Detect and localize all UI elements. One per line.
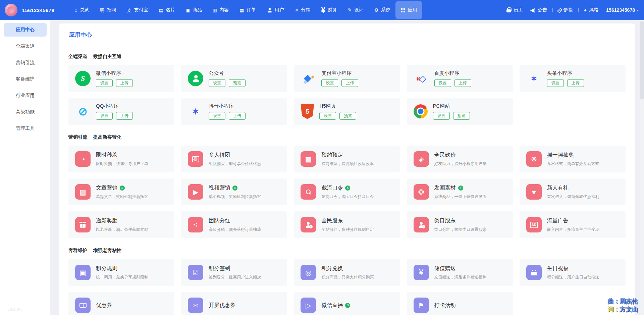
card-description: 以老带新，满足条件获取奖励 [96,227,148,232]
nav-item-alipay[interactable]: 支支付宝 [122,0,154,20]
nav-item-overview[interactable]: ⌂总览 [69,0,94,20]
app-card-group-buy[interactable]: 拼多人拼团组队购买，即可享受价格优惠 [181,146,287,172]
preview-button[interactable]: 预览 [229,79,246,87]
app-card-shake-lottery[interactable]: ☸摇一摇抽奖九宫格式，简单有效互动方式 [520,146,626,172]
tile-material-aperture: ❂ [414,184,429,200]
settings-button[interactable]: 设置 [96,112,113,120]
settings-button[interactable]: 设置 [209,112,225,120]
nav-item-content[interactable]: ▥内容 [207,0,234,20]
tile-newbie-gift: ♥ [526,184,542,200]
invite-gift-icon [80,224,86,228]
app-card-qq-mini[interactable]: ⊘QQ小程序设置上传 [68,98,174,125]
upload-button[interactable]: 上传 [341,79,358,87]
wechat-badge-icon: S [458,186,463,191]
sidebar-item-admin-tools[interactable]: 管理工具 [4,122,47,135]
app-card-alipay-mini[interactable]: ◆◆◆支付宝小程序设置上传 [294,65,400,92]
material-aperture-icon: ❂ [418,189,424,196]
app-card-reservation[interactable]: ▦预约预定提前准备，提高项目效应效率 [294,146,400,172]
app-card-wechat-live[interactable]: ▷微信直播S [294,292,400,315]
settings-button[interactable]: 设置 [319,112,336,120]
app-card-stored-value-gift[interactable]: ¥储值赠送充值赠送，满足条件赠送福利 [407,259,513,286]
nav-item-announcement[interactable]: ◀)公告 [526,7,550,13]
nav-item-recruit[interactable]: 聘招聘 [95,0,122,20]
account-menu[interactable]: 15612345678 ▾ [606,7,639,13]
baidu-mini-icon: «◇ [414,71,429,86]
tile-points-rule: ▣ [75,265,91,280]
settings-button[interactable]: 设置 [434,79,451,87]
app-card-category-shareholder[interactable]: ≡类目股东类目分红，根据类目设置股东 [407,211,513,238]
app-card-pc-web[interactable]: PC网站设置预览 [407,98,513,125]
sidebar-item-advanced[interactable]: 高级功能 [4,105,47,119]
card-buttons: 设置上传 [547,79,584,87]
settings-button[interactable]: 设置 [547,79,564,87]
app-card-bargain[interactable]: ◈全民砍价好友助力，提升小程序用户量 [407,146,513,172]
app-card-traffic-ad[interactable]: AD流量广告嵌入内容，多流量主广告变现 [520,211,626,238]
app-card-official-account[interactable]: 公众号设置预览 [181,65,287,92]
card-title: 全民砍价 [434,152,487,159]
nav-item-apps[interactable]: 应用 [395,1,422,19]
app-card-video-marketing[interactable]: ▶视频营销S单个视频，奖励机制拉新拓客 [181,178,287,205]
sidebar-item-customer-care[interactable]: 客群维护 [4,72,47,86]
card-title: 截流口令S [321,185,374,192]
app-card-article-marketing[interactable]: ▤文章营销S单篇文章，奖励机制拉新拓客 [68,178,174,205]
app-card-team-dividend[interactable]: ∴团队分红高级分销，额外获得订单抽成 [181,211,287,238]
card-title: 头条小程序 [547,70,584,76]
nav-item-business-card[interactable]: ▤名片 [154,0,180,20]
nav-item-orders[interactable]: ▦订单 [234,0,261,20]
upload-button[interactable]: 上传 [229,112,246,120]
nav-item-finance[interactable]: ¥财务 [316,0,342,20]
nav-item-links[interactable]: 链接 [554,7,577,13]
sidebar-item-app-center[interactable]: 应用中心 [4,23,47,37]
app-card-h5-web[interactable]: 5H5网页设置预览 [294,98,400,125]
douyin-mini-icon: ✶ [188,104,203,119]
nav-item-staff[interactable]: 员工 [503,7,526,13]
preview-button[interactable]: 预览 [339,112,356,120]
app-card-splash-coupon[interactable]: ✂开屏优惠券 [181,292,287,315]
app-card-points-exchange[interactable]: ◎积分兑换积分商品，只需支付积分购买 [294,259,400,286]
app-card-points-rule[interactable]: ▣积分规则统一调用，兑换分享规则限制 [68,259,174,286]
app-logo[interactable] [5,4,17,16]
splash-coupon-icon: ✂ [193,302,199,309]
settings-button[interactable]: 设置 [321,79,338,87]
app-card-all-shareholder[interactable]: ¥全民股东全站分红，多种分红规则自定 [294,211,400,238]
nav-item-label: 应用 [408,7,417,13]
app-card-douyin-mini[interactable]: ✶抖音小程序设置上传 [181,98,287,125]
app-card-wechat-mini[interactable]: S微信小程序设置上传 [68,65,174,92]
card-description: 组队购买，即可享受价格优惠 [209,161,261,167]
settings-button[interactable]: 设置 [96,79,113,87]
sidebar-item-all-channels[interactable]: 全端渠道 [4,40,47,53]
wechat-badge-icon: S [120,186,125,191]
preview-button[interactable]: 预览 [453,112,470,120]
tile-bargain: ◈ [414,151,429,167]
sidebar-item-marketing[interactable]: 营销引流 [4,56,47,69]
app-card-invite-reward[interactable]: 邀新奖励以老带新，满足条件获取奖励 [68,211,174,238]
app-card-moments-material[interactable]: ❂发圈素材S系统商品，一键下载快速发圈 [407,178,513,205]
nav-item-design[interactable]: ✎设计 [342,0,369,20]
scrollbar-thumb[interactable] [640,21,644,100]
app-card-checkin-activity[interactable]: ⚑打卡活动 [407,292,513,315]
nav-item-label: 设计 [354,7,364,13]
app-card-flash-sale[interactable]: ◔限时秒杀限时抢购，快速引导用户下单 [68,146,174,172]
app-card-birthday-wish[interactable]: 生日祝福积分赠送，用户生日自动推送 [520,259,626,286]
nav-item-goods[interactable]: ▣商品 [180,0,207,20]
upload-button[interactable]: 上传 [567,79,584,87]
app-card-points-signin[interactable]: ☑积分签到签到送分，提高用户进入频次 [181,259,287,286]
sidebar-item-industry-apps[interactable]: 行业应用 [4,89,47,102]
app-card-coupon[interactable]: 优惠券 [68,292,174,315]
app-card-baidu-mini[interactable]: «◇百度小程序设置上传 [407,65,513,92]
upload-button[interactable]: 上传 [116,79,133,87]
nav-item-distribution[interactable]: ✕分销 [289,0,316,20]
nav-item-users[interactable]: 用户 [261,0,289,20]
nav-item-style[interactable]: ◕风格 [580,7,602,13]
settings-button[interactable]: 设置 [433,112,450,120]
upload-button[interactable]: 上传 [454,79,471,87]
app-card-newcomer-gift[interactable]: ♥新人有礼首次进入，弹窗领取优惠福利 [520,178,626,205]
upload-button[interactable]: 上传 [116,112,133,120]
tile-wechat-live: ▷ [301,298,316,313]
card-title: H5网页 [319,103,356,109]
settings-button[interactable]: 设置 [209,79,225,87]
app-card-traffic-command[interactable]: 截流口令S复制口令，淘宝口令抖音口令 [294,178,400,205]
app-card-toutiao-mini[interactable]: ✶头条小程序设置上传 [520,65,626,92]
alipay-mini-icon: ◆◆◆ [301,71,316,86]
nav-item-system[interactable]: ⚙系统 [369,0,396,20]
